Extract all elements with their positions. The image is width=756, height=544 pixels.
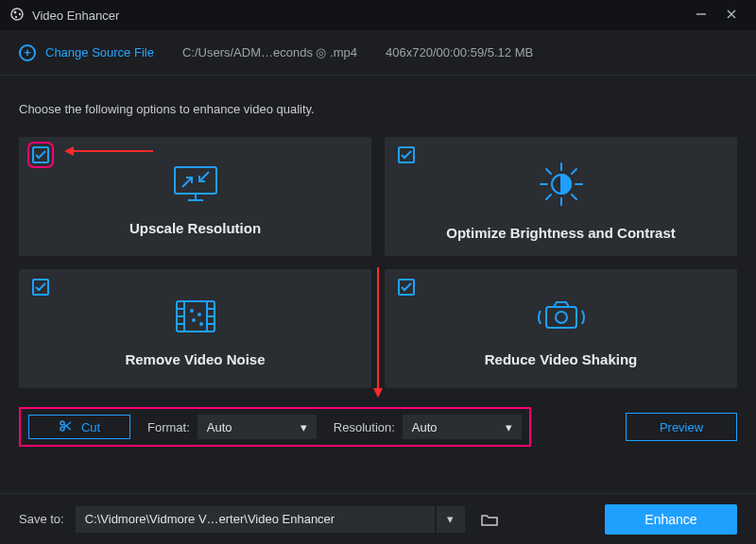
card-title: Optimize Brightness and Contrast bbox=[446, 225, 676, 241]
svg-point-32 bbox=[193, 319, 195, 321]
format-label: Format: bbox=[147, 420, 190, 434]
format-value: Auto bbox=[207, 420, 232, 434]
app-title: Video Enhancer bbox=[32, 8, 119, 23]
save-path-field[interactable]: C:\Vidmore\Vidmore V…erter\Video Enhance… bbox=[76, 506, 435, 533]
svg-line-19 bbox=[572, 169, 576, 174]
scissors-icon bbox=[59, 419, 72, 435]
source-path: C:/Users/ADM…econds ◎ .mp4 bbox=[182, 45, 357, 60]
svg-point-30 bbox=[191, 310, 193, 312]
svg-point-1 bbox=[14, 10, 17, 13]
video-enhancer-window: Video Enhancer + Change Source File C:/U… bbox=[0, 0, 756, 544]
svg-rect-7 bbox=[175, 167, 216, 194]
enhance-button[interactable]: Enhance bbox=[605, 504, 737, 535]
format-field: Format: Auto ▾ bbox=[147, 415, 317, 439]
options-row: Cut Format: Auto ▾ Resolution: Auto ▾ bbox=[19, 407, 737, 447]
source-meta: 406x720/00:00:59/5.12 MB bbox=[386, 45, 533, 60]
resolution-field: Resolution: Auto ▾ bbox=[334, 415, 522, 439]
footer: Save to: C:\Vidmore\Vidmore V…erter\Vide… bbox=[0, 493, 756, 544]
svg-line-20 bbox=[546, 195, 551, 199]
enhance-label: Enhance bbox=[644, 512, 696, 527]
svg-line-18 bbox=[572, 195, 576, 199]
format-select[interactable]: Auto ▾ bbox=[198, 415, 317, 439]
preview-label: Preview bbox=[660, 420, 703, 434]
camera-shake-icon bbox=[535, 298, 588, 338]
svg-point-2 bbox=[19, 12, 21, 14]
film-noise-icon bbox=[173, 298, 218, 338]
change-source-button[interactable]: + Change Source File bbox=[19, 44, 154, 61]
svg-line-17 bbox=[546, 169, 551, 174]
svg-point-31 bbox=[198, 314, 200, 315]
brightness-icon bbox=[537, 160, 586, 212]
annotation-arrow-vertical bbox=[377, 267, 379, 390]
save-to-label: Save to: bbox=[19, 512, 64, 526]
annotation-arrow-horizontal bbox=[72, 150, 153, 152]
open-folder-button[interactable] bbox=[476, 506, 503, 533]
options-highlight-box: Cut Format: Auto ▾ Resolution: Auto ▾ bbox=[19, 407, 531, 447]
card-upscale-resolution[interactable]: Upscale Resolution bbox=[19, 137, 371, 256]
cut-button[interactable]: Cut bbox=[28, 415, 130, 439]
cut-label: Cut bbox=[81, 420, 100, 434]
svg-point-33 bbox=[200, 323, 202, 325]
titlebar: Video Enhancer bbox=[0, 0, 756, 30]
svg-point-35 bbox=[556, 312, 567, 323]
card-title: Reduce Video Shaking bbox=[485, 351, 637, 367]
svg-point-0 bbox=[11, 8, 23, 20]
card-remove-noise[interactable]: Remove Video Noise bbox=[19, 269, 371, 388]
plus-circle-icon: + bbox=[19, 44, 36, 61]
preview-button[interactable]: Preview bbox=[626, 413, 737, 441]
card-brightness-contrast[interactable]: Optimize Brightness and Contrast bbox=[385, 137, 737, 256]
resolution-label: Resolution: bbox=[334, 420, 395, 434]
svg-rect-34 bbox=[546, 307, 576, 328]
save-path-value: C:\Vidmore\Vidmore V…erter\Video Enhance… bbox=[85, 512, 335, 526]
cards-grid: Upscale Resolution bbox=[19, 137, 737, 388]
change-source-label: Change Source File bbox=[45, 45, 154, 60]
card-reduce-shaking[interactable]: Reduce Video Shaking bbox=[385, 269, 737, 388]
card-title: Upscale Resolution bbox=[129, 220, 261, 236]
card-title: Remove Video Noise bbox=[125, 351, 265, 367]
minimize-button[interactable] bbox=[686, 8, 716, 24]
resolution-value: Auto bbox=[412, 420, 438, 434]
resolution-select[interactable]: Auto ▾ bbox=[403, 415, 522, 439]
chevron-down-icon: ▾ bbox=[447, 512, 454, 526]
svg-line-10 bbox=[182, 178, 192, 187]
close-button[interactable] bbox=[716, 8, 747, 24]
app-icon bbox=[9, 7, 25, 25]
save-path-dropdown[interactable]: ▾ bbox=[437, 506, 465, 533]
monitor-upscale-icon bbox=[171, 164, 220, 207]
chevron-down-icon: ▾ bbox=[506, 420, 512, 434]
main-area: Choose the following options to enhance … bbox=[0, 76, 756, 493]
instruction-text: Choose the following options to enhance … bbox=[19, 102, 737, 116]
source-row: + Change Source File C:/Users/ADM…econds… bbox=[0, 30, 756, 76]
chevron-down-icon: ▾ bbox=[301, 420, 307, 434]
svg-point-3 bbox=[15, 15, 17, 17]
svg-line-11 bbox=[199, 172, 209, 181]
